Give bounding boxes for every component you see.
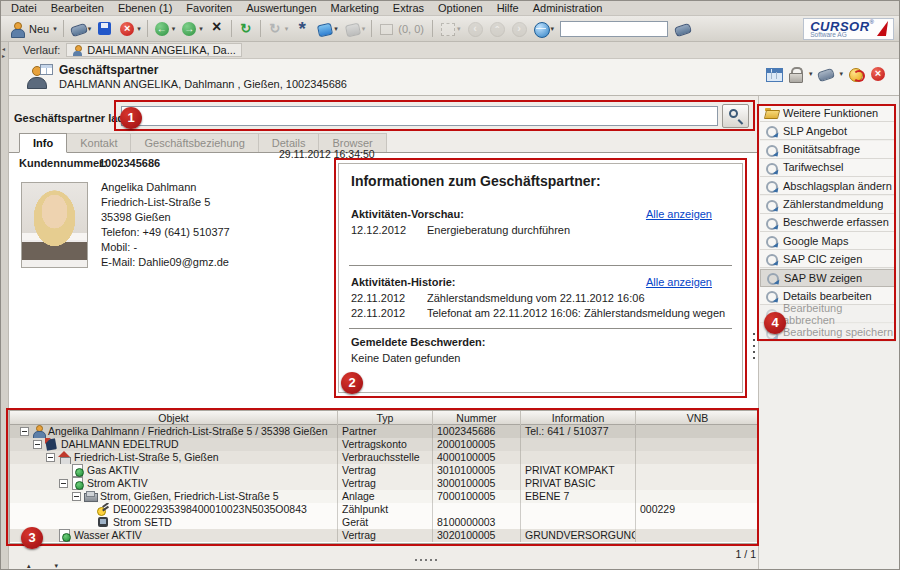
- sidebar-item-sap-cic-zeigen[interactable]: SAP CIC zeigen: [760, 250, 896, 268]
- sidebar-item-label: SAP CIC zeigen: [783, 253, 862, 265]
- menu-item-datei[interactable]: Datei: [4, 1, 44, 15]
- column-header-information[interactable]: Information: [520, 411, 635, 425]
- actions-button[interactable]: ▾: [313, 18, 341, 39]
- grid-icon[interactable]: [765, 66, 782, 82]
- table-row[interactable]: Strom, Gießen, Friedrich-List-Straße 5An…: [10, 490, 757, 503]
- delete-button[interactable]: [206, 18, 228, 39]
- customer-address-line: Angelika Dahlmann: [101, 180, 230, 195]
- sidebar-item-sap-bw-zeigen[interactable]: SAP BW zeigen: [760, 269, 896, 287]
- sidebar-item-beschwerde-erfassen[interactable]: Beschwerde erfassen: [760, 214, 896, 232]
- cell-nummer: 1002345686: [432, 425, 520, 438]
- new-contact-button[interactable]: Neu▾: [6, 18, 60, 39]
- menu-item-administration[interactable]: Administration: [526, 1, 610, 15]
- sidebar-item-label: SLP Angebot: [783, 125, 847, 137]
- dropdown-caret-icon[interactable]: ▾: [53, 25, 57, 33]
- vertical-splitter-handle[interactable]: [753, 107, 755, 109]
- layout-icon: [439, 21, 455, 37]
- table-row[interactable]: DAHLMANN EDELTRUDVertragskonto2000100005: [10, 438, 757, 451]
- dropdown-caret-icon[interactable]: ▾: [199, 25, 203, 33]
- alle-anzeigen-link[interactable]: Alle anzeigen: [646, 208, 712, 220]
- refresh-user-icon[interactable]: [848, 66, 865, 82]
- table-row[interactable]: Friedrich-List-Straße 5, GießenVerbrauch…: [10, 451, 757, 464]
- alle-anzeigen-link[interactable]: Alle anzeigen: [646, 276, 712, 288]
- column-header-vnb[interactable]: VNB: [635, 411, 759, 425]
- expander-icon[interactable]: [72, 492, 81, 501]
- cell-vnb: [635, 516, 759, 529]
- menu-item-auswertungen[interactable]: Auswertungen: [239, 1, 323, 15]
- brand-registered-mark: ®: [870, 19, 874, 25]
- refresh-icon: [238, 21, 254, 37]
- function-link-icon: [765, 198, 778, 211]
- contract-account-icon: [45, 438, 58, 451]
- clear-icon[interactable]: [817, 66, 834, 82]
- column-header-nummer[interactable]: Nummer: [432, 411, 520, 425]
- scroll-arrows[interactable]: ▴▾: [27, 562, 82, 570]
- back-button[interactable]: ▾: [151, 18, 179, 39]
- tab-geschaeftsbeziehung[interactable]: Geschäftsbeziehung: [131, 133, 258, 153]
- dropdown-caret-icon[interactable]: ▾: [334, 25, 338, 33]
- cell-typ: Vertrag: [337, 529, 432, 542]
- table-row[interactable]: Strom SETDGerät8100000003: [10, 516, 757, 529]
- tab-info[interactable]: Info: [19, 133, 67, 153]
- web-button[interactable]: ▾: [530, 18, 558, 39]
- cancel-button[interactable]: ▾: [116, 18, 144, 39]
- sidebar-item-google-maps[interactable]: Google Maps: [760, 232, 896, 250]
- folder-open-icon: [765, 106, 778, 119]
- dropdown-caret-icon[interactable]: ▾: [172, 25, 176, 33]
- save-button[interactable]: [94, 18, 116, 39]
- chevron-down-icon[interactable]: ▾: [839, 70, 843, 78]
- toolbar-separator: [432, 20, 433, 37]
- jump-button[interactable]: [291, 18, 313, 39]
- history-entry[interactable]: DAHLMANN ANGELIKA, Da...: [66, 43, 242, 57]
- menu-item-ebenen-1[interactable]: Ebenen (1): [111, 1, 179, 15]
- forward-button[interactable]: ▾: [178, 18, 206, 39]
- expander-icon[interactable]: [59, 479, 68, 488]
- lock-icon[interactable]: [787, 66, 804, 82]
- nav-next-icon: [511, 21, 527, 37]
- section-divider: [349, 265, 732, 266]
- column-header-typ[interactable]: Typ: [337, 411, 432, 425]
- menu-item-hilfe[interactable]: Hilfe: [490, 1, 526, 15]
- sidebar-item-tarifwechsel[interactable]: Tarifwechsel: [760, 159, 896, 177]
- table-row[interactable]: DE00022935398400010023N5035O0843Zählpunk…: [10, 503, 757, 516]
- toolbar-search-input[interactable]: [560, 21, 668, 37]
- menu-item-bearbeiten[interactable]: Bearbeiten: [44, 1, 111, 15]
- tab-kontakt[interactable]: Kontakt: [67, 133, 131, 153]
- geschaeftspartner-search-input[interactable]: [121, 106, 718, 126]
- expander-icon[interactable]: [33, 440, 42, 449]
- table-row[interactable]: Strom AKTIVVertrag3000100005PRIVAT BASIC: [10, 477, 757, 490]
- menu-item-favoriten[interactable]: Favoriten: [179, 1, 239, 15]
- menu-item-optionen[interactable]: Optionen: [431, 1, 490, 15]
- chevron-down-icon[interactable]: ▾: [809, 70, 813, 78]
- menu-item-extras[interactable]: Extras: [386, 1, 431, 15]
- horizontal-splitter-handle[interactable]: [415, 559, 417, 561]
- function-link-icon: [765, 252, 778, 265]
- new-contact-icon: [9, 21, 25, 37]
- expander-icon[interactable]: [46, 453, 55, 462]
- expander-icon[interactable]: [20, 427, 29, 436]
- cell-vnb: 000229: [635, 503, 759, 516]
- table-row[interactable]: Wasser AKTIVVertrag3020100005GRUNDVERSOR…: [10, 529, 757, 542]
- go-button[interactable]: [671, 18, 693, 39]
- sidebar-item-bonitaetsabfrage[interactable]: Bonitätsabfrage: [760, 141, 896, 159]
- vertical-splitter-handle[interactable]: [753, 333, 755, 335]
- sidebar-item-zaehlerstandmeldung[interactable]: Zählerstandmeldung: [760, 196, 896, 214]
- search-button[interactable]: [722, 104, 749, 128]
- dropdown-caret-icon[interactable]: ▾: [88, 25, 92, 33]
- sidebar-item-abschlagsplan-aendern[interactable]: Abschlagsplan ändern: [760, 177, 896, 195]
- cancel-icon: [119, 21, 135, 37]
- left-collapse-strip[interactable]: ◂▸: [1, 42, 9, 569]
- table-row[interactable]: Gas AKTIVVertrag3010100005PRIVAT KOMPAKT: [10, 464, 757, 477]
- dropdown-caret-icon[interactable]: ▾: [551, 25, 555, 33]
- refresh-button[interactable]: [235, 18, 257, 39]
- objekt-label: Friedrich-List-Straße 5, Gießen: [74, 451, 219, 464]
- menu-item-marketing[interactable]: Marketing: [324, 1, 386, 15]
- open-record-icon: [70, 21, 86, 37]
- close-icon[interactable]: [870, 66, 887, 82]
- open-record-button[interactable]: ▾: [67, 18, 95, 39]
- sidebar-item-slp-angebot[interactable]: SLP Angebot: [760, 122, 896, 140]
- sidebar-item-weitere-funktionen[interactable]: Weitere Funktionen: [760, 104, 896, 122]
- dropdown-caret-icon[interactable]: ▾: [137, 25, 141, 33]
- table-row[interactable]: Angelika Dahlmann / Friedrich-List-Straß…: [10, 425, 757, 438]
- column-header-objekt[interactable]: Objekt: [10, 411, 337, 425]
